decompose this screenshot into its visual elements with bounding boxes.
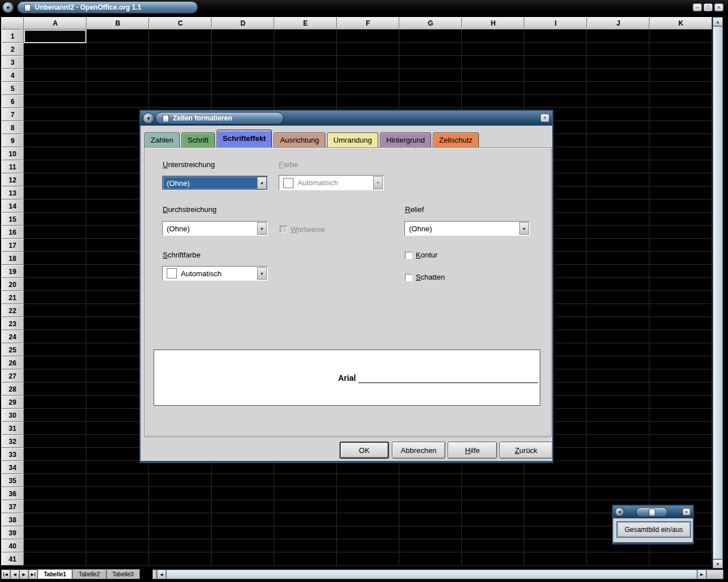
last-sheet-button[interactable]: ▶ xyxy=(28,569,38,579)
dropdown-arrow-icon[interactable]: ▼ xyxy=(257,177,267,189)
column-header-G[interactable]: G xyxy=(399,17,462,30)
dialog-menu-button[interactable]: ▾ xyxy=(143,113,154,124)
row-header-14[interactable]: 14 xyxy=(1,199,24,213)
sheet-tab-splitter[interactable] xyxy=(152,569,157,579)
tab-ausrichtung[interactable]: Ausrichtung xyxy=(274,132,325,147)
row-header-30[interactable]: 30 xyxy=(1,409,24,422)
relief-dropdown[interactable]: (Ohne) ▼ xyxy=(404,221,530,236)
column-header-A[interactable]: A xyxy=(24,17,86,30)
maximize-button[interactable]: □ xyxy=(704,3,713,11)
column-header-B[interactable]: B xyxy=(86,17,149,30)
row-header-5[interactable]: 5 xyxy=(1,82,24,95)
minimize-button[interactable]: − xyxy=(693,3,702,11)
row-header-38[interactable]: 38 xyxy=(1,513,24,526)
tab-schrifteffekt[interactable]: Schrifteffekt xyxy=(217,130,272,147)
first-sheet-button[interactable]: ◀ xyxy=(1,569,10,579)
horizontal-scroll-thumb[interactable] xyxy=(166,569,697,579)
row-header-21[interactable]: 21 xyxy=(1,291,24,304)
row-header-23[interactable]: 23 xyxy=(1,317,24,330)
row-header-33[interactable]: 33 xyxy=(1,448,24,461)
column-header-I[interactable]: I xyxy=(524,17,587,30)
vertical-scrollbar[interactable]: ▲ ▼ xyxy=(713,17,723,568)
row-header-35[interactable]: 35 xyxy=(1,474,24,487)
row-header-2[interactable]: 2 xyxy=(1,43,24,56)
row-header-40[interactable]: 40 xyxy=(1,539,24,552)
row-header-10[interactable]: 10 xyxy=(1,147,24,160)
tab-zellschutz[interactable]: Zellschutz xyxy=(433,132,479,147)
column-header-C[interactable]: C xyxy=(149,17,212,30)
row-header-22[interactable]: 22 xyxy=(1,304,24,317)
row-header-37[interactable]: 37 xyxy=(1,500,24,513)
underline-dropdown[interactable]: (Ohne) ▼ xyxy=(162,176,268,190)
ok-button[interactable]: OK xyxy=(340,442,389,459)
row-header-26[interactable]: 26 xyxy=(1,356,24,369)
sheet-tab-tabelle3[interactable]: Tabelle3 xyxy=(106,569,140,579)
row-header-18[interactable]: 18 xyxy=(1,252,24,265)
strikethrough-dropdown[interactable]: (Ohne) ▼ xyxy=(162,221,268,236)
row-header-31[interactable]: 31 xyxy=(1,422,24,435)
column-header-F[interactable]: F xyxy=(337,17,399,30)
back-button[interactable]: Zurück xyxy=(499,442,553,459)
row-header-9[interactable]: 9 xyxy=(1,134,24,147)
row-header-1[interactable]: 1 xyxy=(1,30,24,43)
dialog-titlebar[interactable]: ▾ Zellen formatieren × xyxy=(140,111,552,126)
row-header-17[interactable]: 17 xyxy=(1,239,24,252)
dropdown-arrow-icon[interactable]: ▼ xyxy=(257,222,267,235)
outline-checkbox[interactable] xyxy=(405,252,412,259)
next-sheet-button[interactable]: ▶ xyxy=(19,569,28,579)
scroll-right-button[interactable]: ▶ xyxy=(697,569,706,579)
row-header-13[interactable]: 13 xyxy=(1,186,24,199)
navigator-titlebar[interactable]: ▾ × xyxy=(613,506,693,518)
full-image-toggle-button[interactable]: Gesamtbild ein/aus xyxy=(617,521,691,538)
row-header-12[interactable]: 12 xyxy=(1,173,24,186)
navigator-close-button[interactable]: × xyxy=(682,508,690,516)
row-header-41[interactable]: 41 xyxy=(1,552,24,566)
row-header-39[interactable]: 39 xyxy=(1,526,24,539)
tab-umrandung[interactable]: Umrandung xyxy=(327,132,378,147)
row-header-20[interactable]: 20 xyxy=(1,278,24,291)
help-button[interactable]: Hilfe xyxy=(448,442,497,459)
row-header-25[interactable]: 25 xyxy=(1,343,24,356)
dropdown-arrow-icon[interactable]: ▼ xyxy=(519,222,529,235)
navigator-menu-button[interactable]: ▾ xyxy=(615,507,624,517)
window-menu-button[interactable]: ▾ xyxy=(2,2,14,13)
font-color-dropdown[interactable]: Automatisch ▼ xyxy=(162,266,268,281)
tab-schrift[interactable]: Schrift xyxy=(181,132,215,147)
scroll-down-button[interactable]: ▼ xyxy=(713,559,723,568)
sheet-tab-tabelle1[interactable]: Tabelle1 xyxy=(38,569,72,579)
dialog-close-button[interactable]: × xyxy=(540,114,549,122)
dropdown-arrow-icon[interactable]: ▼ xyxy=(257,267,267,280)
close-button[interactable]: × xyxy=(714,3,723,11)
row-header-29[interactable]: 29 xyxy=(1,396,24,409)
column-header-E[interactable]: E xyxy=(274,17,337,30)
row-header-36[interactable]: 36 xyxy=(1,487,24,500)
tab-zahlen[interactable]: Zahlen xyxy=(144,132,180,147)
row-header-7[interactable]: 7 xyxy=(1,108,24,121)
vertical-scroll-thumb[interactable] xyxy=(713,26,723,559)
row-header-3[interactable]: 3 xyxy=(1,56,24,69)
row-header-32[interactable]: 32 xyxy=(1,435,24,448)
row-header-11[interactable]: 11 xyxy=(1,160,24,173)
row-header-15[interactable]: 15 xyxy=(1,213,24,226)
row-header-6[interactable]: 6 xyxy=(1,95,24,108)
column-header-J[interactable]: J xyxy=(587,17,650,30)
column-header-H[interactable]: H xyxy=(462,17,524,30)
row-header-16[interactable]: 16 xyxy=(1,226,24,239)
tab-hintergrund[interactable]: Hintergrund xyxy=(380,132,431,147)
scroll-up-button[interactable]: ▲ xyxy=(713,17,723,26)
column-header-D[interactable]: D xyxy=(212,17,274,30)
row-header-4[interactable]: 4 xyxy=(1,69,24,82)
row-header-27[interactable]: 27 xyxy=(1,369,24,383)
scroll-left-button[interactable]: ◀ xyxy=(157,569,166,579)
row-header-34[interactable]: 34 xyxy=(1,461,24,474)
column-header-K[interactable]: K xyxy=(650,17,712,30)
previous-sheet-button[interactable]: ◀ xyxy=(10,569,19,579)
row-header-19[interactable]: 19 xyxy=(1,265,24,278)
cancel-button[interactable]: Abbrechen xyxy=(392,442,445,459)
select-all-corner[interactable] xyxy=(1,17,24,30)
active-cell-a1[interactable] xyxy=(24,30,86,43)
sheet-tab-tabelle2[interactable]: Tabelle2 xyxy=(72,569,106,579)
shadow-checkbox[interactable] xyxy=(405,274,412,281)
row-header-24[interactable]: 24 xyxy=(1,330,24,343)
horizontal-scrollbar[interactable]: ◀ ▶ xyxy=(157,569,706,579)
